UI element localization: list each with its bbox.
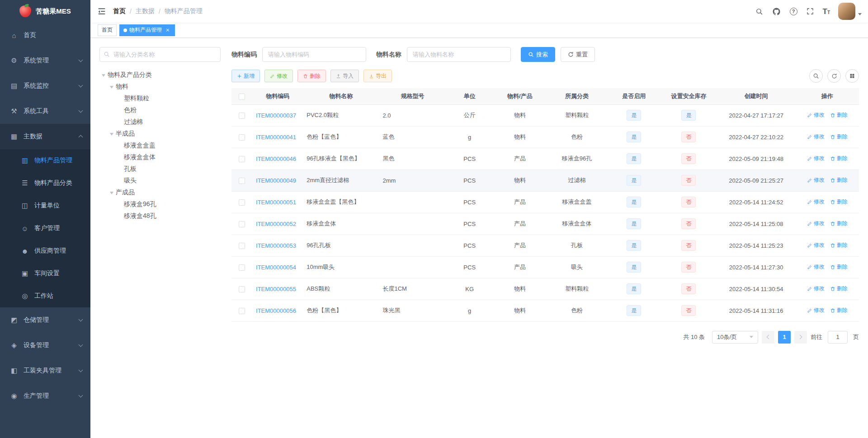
row-delete-button[interactable]: 删除 bbox=[830, 155, 848, 162]
reset-button[interactable]: 重置 bbox=[561, 47, 595, 62]
row-delete-button[interactable]: 删除 bbox=[830, 111, 848, 119]
tree-node[interactable]: 塑料颗粒 bbox=[99, 93, 221, 104]
add-button[interactable]: 新增 bbox=[231, 70, 260, 82]
close-icon[interactable] bbox=[165, 27, 171, 33]
sidebar-item-system-mgmt[interactable]: ⚙系统管理 bbox=[0, 48, 90, 73]
app-logo[interactable]: 苦糖果MES bbox=[0, 0, 90, 23]
row-delete-button[interactable]: 删除 bbox=[830, 306, 848, 314]
sidebar-item-fixture-mgmt[interactable]: ◧工装夹具管理 bbox=[0, 358, 90, 383]
material-code-link[interactable]: ITEM00000037 bbox=[256, 112, 296, 119]
tree-node[interactable]: 物料 bbox=[99, 81, 221, 93]
breadcrumb-item[interactable]: 首页 bbox=[113, 7, 126, 15]
sidebar-item-equipment-mgmt[interactable]: ◈设备管理 bbox=[0, 333, 90, 358]
row-delete-button[interactable]: 删除 bbox=[830, 220, 848, 227]
row-delete-button[interactable]: 删除 bbox=[830, 133, 848, 141]
row-checkbox[interactable] bbox=[239, 178, 245, 184]
material-code-input[interactable] bbox=[262, 47, 366, 62]
material-code-link[interactable]: ITEM00000054 bbox=[256, 264, 296, 271]
row-edit-button[interactable]: 修改 bbox=[807, 176, 825, 184]
tree-node[interactable]: 吸头 bbox=[99, 175, 221, 187]
material-code-link[interactable]: ITEM00000055 bbox=[256, 286, 296, 292]
row-edit-button[interactable]: 修改 bbox=[807, 220, 825, 227]
tree-node[interactable]: 半成品 bbox=[99, 128, 221, 140]
row-delete-button[interactable]: 删除 bbox=[830, 263, 848, 271]
material-code-link[interactable]: ITEM00000046 bbox=[256, 155, 296, 162]
export-button[interactable]: 导出 bbox=[363, 70, 392, 82]
font-size-icon[interactable]: TT bbox=[818, 0, 835, 23]
material-code-link[interactable]: ITEM00000053 bbox=[256, 242, 296, 249]
row-checkbox[interactable] bbox=[239, 264, 245, 271]
sidebar-item-warehouse-mgmt[interactable]: ◩仓储管理 bbox=[0, 307, 90, 333]
prev-page-button[interactable] bbox=[762, 331, 774, 344]
sidebar-item-material-product-category[interactable]: ☰物料产品分类 bbox=[0, 172, 90, 194]
fullscreen-icon[interactable] bbox=[802, 0, 818, 23]
search-icon[interactable] bbox=[751, 0, 768, 23]
tree-node[interactable]: 移液盒盒盖 bbox=[99, 140, 221, 151]
columns-toggle-button[interactable] bbox=[845, 69, 859, 83]
refresh-button[interactable] bbox=[827, 69, 841, 83]
help-icon[interactable]: ? bbox=[785, 0, 802, 23]
sidebar-item-supplier-mgmt[interactable]: ☻供应商管理 bbox=[0, 240, 90, 262]
row-checkbox[interactable] bbox=[239, 113, 245, 119]
sidebar-item-system-monitor[interactable]: ▤系统监控 bbox=[0, 73, 90, 99]
row-delete-button[interactable]: 删除 bbox=[830, 285, 848, 292]
sidebar-item-system-tools[interactable]: ⚒系统工具 bbox=[0, 99, 90, 124]
hamburger-toggle[interactable] bbox=[90, 0, 113, 23]
row-edit-button[interactable]: 修改 bbox=[807, 285, 825, 292]
goto-page-input[interactable] bbox=[828, 331, 848, 344]
sidebar-item-workshop-settings[interactable]: ▣车间设置 bbox=[0, 262, 90, 285]
tab-物料产品管理[interactable]: 物料产品管理 bbox=[119, 24, 175, 36]
row-delete-button[interactable]: 删除 bbox=[830, 198, 848, 206]
tree-node[interactable]: 移液盒48孔 bbox=[99, 210, 221, 222]
row-edit-button[interactable]: 修改 bbox=[807, 263, 825, 271]
sidebar-item-production-mgmt[interactable]: ◉生产管理 bbox=[0, 383, 90, 409]
row-checkbox[interactable] bbox=[239, 221, 245, 227]
row-edit-button[interactable]: 修改 bbox=[807, 111, 825, 119]
sidebar-item-master-data[interactable]: ▦主数据 bbox=[0, 124, 90, 149]
page-number-button[interactable]: 1 bbox=[778, 331, 791, 344]
tree-node[interactable]: 过滤棉 bbox=[99, 116, 221, 128]
material-code-link[interactable]: ITEM00000049 bbox=[256, 177, 296, 184]
next-page-button[interactable] bbox=[794, 331, 807, 344]
edit-button[interactable]: 修改 bbox=[264, 70, 293, 82]
material-code-link[interactable]: ITEM00000051 bbox=[256, 199, 296, 206]
material-code-link[interactable]: ITEM00000056 bbox=[256, 307, 296, 314]
row-edit-button[interactable]: 修改 bbox=[807, 155, 825, 162]
row-edit-button[interactable]: 修改 bbox=[807, 133, 825, 141]
row-edit-button[interactable]: 修改 bbox=[807, 198, 825, 206]
sidebar-item-home[interactable]: ⌂首页 bbox=[0, 23, 90, 48]
row-checkbox[interactable] bbox=[239, 156, 245, 162]
tab-首页[interactable]: 首页 bbox=[98, 24, 117, 36]
tree-node[interactable]: 色粉 bbox=[99, 104, 221, 116]
delete-button[interactable]: 删除 bbox=[297, 70, 326, 82]
row-checkbox[interactable] bbox=[239, 286, 245, 292]
import-button[interactable]: 导入 bbox=[330, 70, 359, 82]
row-delete-button[interactable]: 删除 bbox=[830, 176, 848, 184]
show-search-toggle-button[interactable] bbox=[809, 69, 823, 83]
row-checkbox[interactable] bbox=[239, 243, 245, 249]
tree-node[interactable]: 移液盒96孔 bbox=[99, 198, 221, 210]
material-name-input[interactable] bbox=[407, 47, 511, 62]
github-icon[interactable] bbox=[768, 0, 785, 23]
sidebar-item-material-product-mgmt[interactable]: ▥物料产品管理 bbox=[0, 149, 90, 172]
row-delete-button[interactable]: 删除 bbox=[830, 241, 848, 249]
user-avatar[interactable] bbox=[835, 0, 868, 23]
material-code-link[interactable]: ITEM00000041 bbox=[256, 134, 296, 141]
tree-node[interactable]: 孔板 bbox=[99, 163, 221, 175]
sidebar-item-customer-mgmt[interactable]: ☺客户管理 bbox=[0, 217, 90, 240]
tree-node[interactable]: 产成品 bbox=[99, 187, 221, 198]
sidebar-item-workstation[interactable]: ◎工作站 bbox=[0, 285, 90, 307]
search-button[interactable]: 搜索 bbox=[521, 47, 555, 62]
select-all-checkbox[interactable] bbox=[239, 94, 245, 100]
row-checkbox[interactable] bbox=[239, 199, 245, 206]
row-edit-button[interactable]: 修改 bbox=[807, 306, 825, 314]
material-code-link[interactable]: ITEM00000052 bbox=[256, 221, 296, 227]
tree-node[interactable]: 物料及产品分类 bbox=[99, 69, 221, 81]
row-edit-button[interactable]: 修改 bbox=[807, 241, 825, 249]
row-checkbox[interactable] bbox=[239, 134, 245, 141]
tree-node[interactable]: 移液盒盒体 bbox=[99, 151, 221, 163]
category-search-input[interactable] bbox=[99, 47, 221, 62]
sidebar-item-measure-unit[interactable]: ◫计量单位 bbox=[0, 194, 90, 217]
row-checkbox[interactable] bbox=[239, 308, 245, 314]
page-size-select[interactable]: 10条/页 bbox=[712, 331, 758, 344]
